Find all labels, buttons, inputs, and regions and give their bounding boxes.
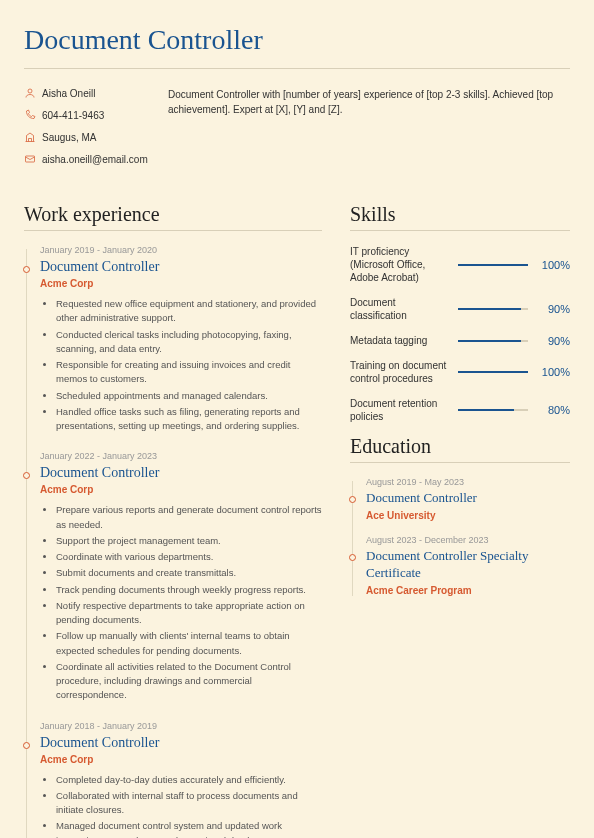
education-title: Document Controller Specialty Certificat…: [366, 548, 570, 582]
contact-name-text: Aisha Oneill: [42, 88, 95, 99]
skill-bar: [458, 409, 528, 411]
contact-column: Aisha Oneill 604-411-9463 Saugus, MA ais…: [24, 87, 144, 175]
job-bullet: Submit documents and create transmittals…: [56, 566, 322, 580]
job-bullet: Scheduled appointments and managed calen…: [56, 389, 322, 403]
skill-row: Document classification90%: [350, 296, 570, 322]
skill-bar: [458, 264, 528, 266]
job-dates: January 2019 - January 2020: [40, 245, 322, 255]
contact-email: aisha.oneill@email.com: [24, 153, 144, 165]
job-bullet: Completed day-to-day duties accurately a…: [56, 773, 322, 787]
svg-rect-1: [26, 156, 35, 162]
main-columns: Work experience January 2019 - January 2…: [24, 203, 570, 838]
job-bullet: Managed document control system and upda…: [56, 819, 322, 838]
svg-point-0: [28, 89, 32, 93]
skill-fill: [458, 340, 521, 342]
contact-location: Saugus, MA: [24, 131, 144, 143]
job-bullet: Collaborated with internal staff to proc…: [56, 789, 322, 818]
location-icon: [24, 131, 36, 143]
job-bullet: Follow up manually with clients' interna…: [56, 629, 322, 658]
education-divider: [350, 462, 570, 463]
job-entry: January 2018 - January 2019Document Cont…: [40, 721, 322, 839]
skill-name: Training on document control procedures: [350, 359, 450, 385]
contact-phone-text: 604-411-9463: [42, 110, 104, 121]
education-entry: August 2023 - December 2023Document Cont…: [366, 535, 570, 596]
skill-row: IT proficiency (Microsoft Office, Adobe …: [350, 245, 570, 284]
education-school: Acme Career Program: [366, 585, 570, 596]
job-dates: January 2022 - January 2023: [40, 451, 322, 461]
education-dates: August 2023 - December 2023: [366, 535, 570, 545]
job-bullets: Requested new office equipment and stati…: [40, 297, 322, 433]
skill-fill: [458, 371, 528, 373]
skills-section-title: Skills: [350, 203, 570, 226]
skill-percent: 90%: [536, 303, 570, 315]
work-timeline: January 2019 - January 2020Document Cont…: [24, 245, 322, 838]
skill-name: Document classification: [350, 296, 450, 322]
job-bullet: Notify respective departments to take ap…: [56, 599, 322, 628]
email-icon: [24, 153, 36, 165]
job-title: Document Controller: [40, 735, 322, 751]
skills-list: IT proficiency (Microsoft Office, Adobe …: [350, 245, 570, 423]
job-company: Acme Corp: [40, 278, 322, 289]
skill-row: Document retention policies80%: [350, 397, 570, 423]
skill-percent: 100%: [536, 366, 570, 378]
job-bullet: Responsible for creating and issuing inv…: [56, 358, 322, 387]
job-bullet: Conducted clerical tasks including photo…: [56, 328, 322, 357]
skill-bar: [458, 371, 528, 373]
title-divider: [24, 68, 570, 69]
skill-percent: 100%: [536, 259, 570, 271]
contact-email-text: aisha.oneill@email.com: [42, 154, 148, 165]
phone-icon: [24, 109, 36, 121]
skill-bar: [458, 340, 528, 342]
education-timeline: August 2019 - May 2023Document Controlle…: [350, 477, 570, 596]
skill-percent: 90%: [536, 335, 570, 347]
contact-name: Aisha Oneill: [24, 87, 144, 99]
education-section-title: Education: [350, 435, 570, 458]
skill-name: IT proficiency (Microsoft Office, Adobe …: [350, 245, 450, 284]
summary-text: Document Controller with [number of year…: [168, 87, 570, 175]
job-entry: January 2019 - January 2020Document Cont…: [40, 245, 322, 433]
skill-name: Document retention policies: [350, 397, 450, 423]
job-dates: January 2018 - January 2019: [40, 721, 322, 731]
job-company: Acme Corp: [40, 484, 322, 495]
contact-phone: 604-411-9463: [24, 109, 144, 121]
job-bullet: Coordinate all activities related to the…: [56, 660, 322, 703]
skill-fill: [458, 409, 514, 411]
job-company: Acme Corp: [40, 754, 322, 765]
education-school: Ace University: [366, 510, 570, 521]
job-bullets: Completed day-to-day duties accurately a…: [40, 773, 322, 839]
job-entry: January 2022 - January 2023Document Cont…: [40, 451, 322, 702]
skill-percent: 80%: [536, 404, 570, 416]
work-section-title: Work experience: [24, 203, 322, 226]
education-entry: August 2019 - May 2023Document Controlle…: [366, 477, 570, 521]
job-bullet: Handled office tasks such as filing, gen…: [56, 405, 322, 434]
job-bullet: Prepare various reports and generate doc…: [56, 503, 322, 532]
skill-bar: [458, 308, 528, 310]
job-bullet: Track pending documents through weekly p…: [56, 583, 322, 597]
left-column: Work experience January 2019 - January 2…: [24, 203, 322, 838]
job-bullet: Support the project management team.: [56, 534, 322, 548]
person-icon: [24, 87, 36, 99]
job-bullets: Prepare various reports and generate doc…: [40, 503, 322, 702]
contact-location-text: Saugus, MA: [42, 132, 96, 143]
skill-fill: [458, 264, 528, 266]
skill-fill: [458, 308, 521, 310]
page-title: Document Controller: [24, 24, 570, 56]
education-dates: August 2019 - May 2023: [366, 477, 570, 487]
education-title: Document Controller: [366, 490, 570, 507]
job-bullet: Requested new office equipment and stati…: [56, 297, 322, 326]
header-row: Aisha Oneill 604-411-9463 Saugus, MA ais…: [24, 87, 570, 175]
skill-name: Metadata tagging: [350, 334, 450, 347]
work-divider: [24, 230, 322, 231]
skill-row: Training on document control procedures1…: [350, 359, 570, 385]
right-column: Skills IT proficiency (Microsoft Office,…: [350, 203, 570, 838]
job-title: Document Controller: [40, 259, 322, 275]
skills-divider: [350, 230, 570, 231]
job-bullet: Coordinate with various departments.: [56, 550, 322, 564]
skill-row: Metadata tagging90%: [350, 334, 570, 347]
job-title: Document Controller: [40, 465, 322, 481]
